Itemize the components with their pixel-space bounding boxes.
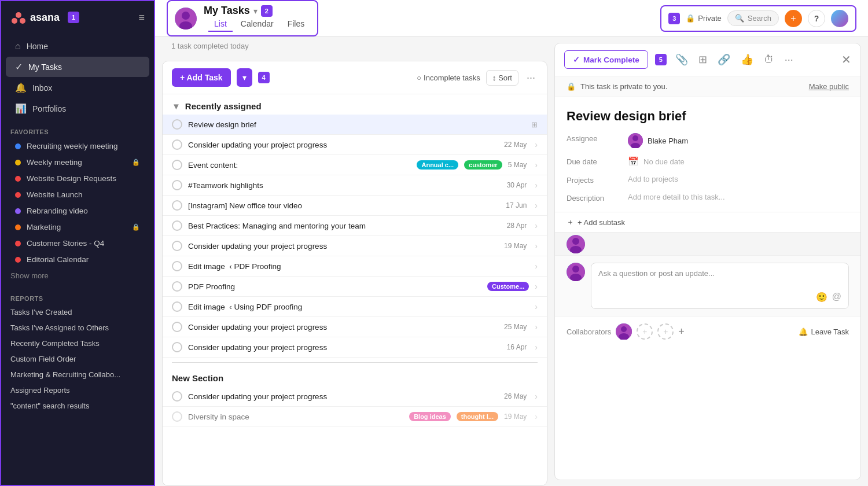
collapse-icon[interactable]: ▼ [172,101,181,111]
task-row-instagram[interactable]: [Instagram] New office tour video 17 Jun… [163,196,547,216]
mark-complete-button[interactable]: ✓ Mark Complete [564,50,648,69]
hamburger-icon[interactable]: ≡ [138,12,145,24]
report-recently-completed[interactable]: Recently Completed Tasks [1,336,154,351]
link-button[interactable]: 🔗 [716,53,732,66]
emoji-smile-icon[interactable]: 🙂 [816,292,827,303]
task-row-edit-image-using[interactable]: Edit image ‹ Using PDF proofing › [163,297,547,317]
report-assigned-reports[interactable]: Assigned Reports [1,382,154,398]
task-check-consider-2[interactable] [172,241,182,251]
tab-list[interactable]: List [208,17,233,32]
nav-home[interactable]: ⌂ Home [6,36,149,56]
leave-task-button[interactable]: 🔔 Leave Task [799,327,849,336]
task-name-edit-image-using: Edit image ‹ Using PDF proofing [188,303,529,311]
fav-recruiting[interactable]: Recruiting weekly meeting [6,138,149,154]
chevron-down-icon[interactable]: ▾ [253,6,258,16]
tab-files[interactable]: Files [282,17,311,32]
task-date-diversity: 19 May [504,413,527,421]
task-check-edit-image-pdf[interactable] [172,261,182,271]
task-check-review-design-brief[interactable] [172,119,182,130]
report-tasks-assigned[interactable]: Tasks I've Assigned to Others [1,320,154,336]
task-name-consider-2: Consider updating your project progress [188,242,498,251]
make-public-link[interactable]: Make public [809,82,849,91]
fav-dot-website-design [15,176,21,182]
like-button[interactable]: 👍 [739,53,755,66]
due-date-value[interactable]: 📅 No due date [628,156,849,167]
topbar-badge-2: 2 [261,5,273,17]
task-check-edit-image-using[interactable] [172,301,182,312]
task-row-pdf-proofing[interactable]: PDF Proofing Custome... › [163,277,547,297]
user-avatar-topbar[interactable] [831,10,848,27]
show-more-btn[interactable]: Show more [1,268,154,284]
sort-button[interactable]: ↕ Sort [486,70,518,86]
fav-website-design[interactable]: Website Design Requests [6,171,149,186]
fav-marketing[interactable]: Marketing 🔒 [6,219,149,235]
search-box[interactable]: 🔍 Search [727,10,779,26]
report-tasks-created[interactable]: Tasks I've Created [1,304,154,320]
tag-customer: customer [464,160,502,170]
nav-inbox[interactable]: 🔔 Inbox [6,78,149,98]
description-value[interactable]: Add more detail to this task... [628,193,849,201]
report-custom-field[interactable]: Custom Field Order [1,351,154,367]
more-detail-button[interactable]: ··· [783,54,795,66]
report-content-search[interactable]: "content" search results [1,398,154,414]
fav-website-launch[interactable]: Website Launch [6,187,149,203]
fav-editorial[interactable]: Editorial Calendar [6,252,149,267]
task-row-consider-4[interactable]: Consider updating your project progress … [163,337,547,358]
task-check-consider-4[interactable] [172,342,182,352]
task-row-best-practices[interactable]: Best Practices: Managing and mentoring y… [163,216,547,236]
at-mention-icon[interactable]: @ [832,292,841,303]
task-row-diversity[interactable]: Diversity in space Blog ideas thought l.… [163,407,547,427]
comment-avatar-top [567,235,585,253]
close-detail-button[interactable]: ✕ [841,53,851,67]
projects-value[interactable]: Add to projects [628,175,849,183]
topbar: My Tasks ▾ 2 List Calendar Files 3 🔒 Pri… [155,0,868,37]
fav-rebranding[interactable]: Rebranding video [6,203,149,219]
assignee-avatar [628,133,643,148]
task-check-consider-3[interactable] [172,322,182,332]
incomplete-tasks-button[interactable]: ○ Incomplete tasks [417,73,480,82]
collab-add-button[interactable]: + [678,326,685,338]
report-marketing-recruiting[interactable]: Marketing & Recruiting Collabo... [1,367,154,382]
lock-icon-detail: 🔒 [567,82,576,91]
favorites-list: Recruiting weekly meeting Weekly meeting… [1,138,154,268]
collab-avatar-1-svg [616,323,632,340]
task-check-diversity[interactable] [172,411,182,422]
task-check-teamwork[interactable] [172,180,182,190]
task-row-consider-3[interactable]: Consider updating your project progress … [163,317,547,337]
nav-my-tasks[interactable]: ✓ My Tasks [6,57,149,77]
add-task-dropdown-button[interactable]: ▾ [237,68,252,87]
task-check-consider-1[interactable] [172,139,182,150]
sidebar: asana 1 ≡ ⌂ Home ✓ My Tasks 🔔 Inbox 📊 Po… [0,0,155,486]
comment-input-box[interactable]: Ask a question or post an update... 🙂 @ [591,263,849,309]
add-subtask-button[interactable]: ＋ + Add subtask [555,212,860,232]
fav-customer-stories[interactable]: Customer Stories - Q4 [6,235,149,251]
task-row-edit-image-pdf[interactable]: Edit image ‹ PDF Proofing › [163,256,547,277]
task-check-event-content[interactable] [172,160,182,170]
task-row-event-content[interactable]: Event content: Annual c... customer 5 Ma… [163,155,547,175]
nav-my-tasks-label: My Tasks [28,62,62,72]
comment-avatar-svg [567,235,585,253]
mark-complete-label: Mark Complete [583,56,639,64]
task-row-consider-1[interactable]: Consider updating your project progress … [163,135,547,155]
fav-weekly[interactable]: Weekly meeting 🔒 [6,154,149,170]
add-button[interactable]: + [785,10,802,27]
task-row-consider-5[interactable]: Consider updating your project progress … [163,386,547,407]
nav-portfolios[interactable]: 📊 Portfolios [6,98,149,119]
attachment-button[interactable]: 📎 [674,53,690,66]
task-check-consider-5[interactable] [172,391,182,402]
task-row-teamwork[interactable]: #Teamwork highlights 30 Apr › [163,175,547,196]
more-options-button[interactable]: ··· [524,72,538,84]
add-task-button[interactable]: + Add Task [172,68,231,87]
help-button[interactable]: ? [808,10,825,27]
timer-button[interactable]: ⏱ [762,54,776,66]
collaborators-area: Collaborators + + + 🔔 Leave Task [555,316,860,347]
task-check-pdf-proofing[interactable] [172,281,182,292]
task-row-consider-2[interactable]: Consider updating your project progress … [163,236,547,256]
assignee-value[interactable]: Blake Pham [628,133,849,148]
fav-dot-website-launch [15,192,21,198]
task-row-review-design-brief[interactable]: Review design brief ⊞ [163,115,547,135]
task-check-instagram[interactable] [172,200,182,211]
task-check-best-practices[interactable] [172,220,182,231]
subtask-button[interactable]: ⊞ [697,53,709,66]
tab-calendar[interactable]: Calendar [235,17,279,32]
